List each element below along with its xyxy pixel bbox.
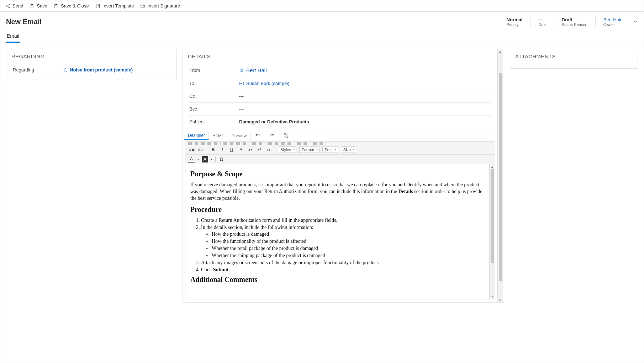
status-value: Draft: [562, 17, 587, 22]
case-icon: [63, 68, 68, 73]
save-button[interactable]: Save: [30, 3, 47, 9]
toolbar-icon[interactable]: [303, 142, 307, 145]
owner-value[interactable]: Bert Hair: [603, 17, 622, 22]
list-item: Attach any images or screenshots of the …: [201, 260, 484, 266]
signature-icon: [140, 4, 145, 9]
toolbar-icon[interactable]: [230, 142, 233, 145]
header-meta: Normal Priority --- Due Draft Status Rea…: [507, 17, 638, 27]
undo-button[interactable]: [250, 133, 265, 139]
to-value[interactable]: Susan Burk (sample): [239, 81, 491, 86]
from-value[interactable]: Bert Hair: [239, 67, 491, 73]
text-color-button[interactable]: A: [188, 156, 195, 162]
toolbar-icon[interactable]: [195, 142, 198, 145]
scroll-thumb[interactable]: [491, 169, 494, 263]
divider: [554, 17, 554, 27]
scroll-track[interactable]: [498, 53, 503, 298]
toolbar-row-cutoff: [185, 142, 495, 145]
editor-scrollbar[interactable]: ▲ ▼: [489, 164, 495, 299]
toolbar-icon[interactable]: [313, 142, 317, 145]
email-body[interactable]: Purpose & Scope If you receive damaged p…: [185, 164, 489, 299]
owner-block: Bert Hair Owner: [603, 17, 622, 27]
regarding-panel: REGARDING Regarding Noise from product (…: [6, 49, 177, 80]
send-button[interactable]: Send: [5, 3, 23, 9]
panel-scrollbar[interactable]: ▲ ▼: [497, 49, 503, 302]
tab-preview[interactable]: Preview: [228, 132, 251, 140]
toolbar-icon[interactable]: [281, 142, 285, 145]
toolbar-icon[interactable]: [214, 142, 217, 145]
subscript-button[interactable]: x₂: [247, 146, 253, 153]
toolbar-icon[interactable]: [268, 142, 272, 145]
divider: [595, 17, 596, 27]
editor-view-tabs: Designer HTML Preview: [183, 130, 497, 142]
toolbar-icon[interactable]: [243, 142, 246, 145]
save-close-label: Save & Close: [61, 3, 89, 9]
format-dropdown[interactable]: Format: [299, 146, 320, 153]
template-icon: [95, 4, 100, 9]
tab-designer[interactable]: Designer: [184, 132, 209, 140]
svg-point-8: [241, 69, 242, 70]
list-item: How the product is damaged: [212, 231, 484, 238]
status-label: Status Reason: [562, 22, 587, 27]
styles-dropdown[interactable]: Styles: [278, 146, 296, 153]
scroll-track[interactable]: [491, 169, 494, 294]
from-label: From: [189, 68, 239, 73]
remove-format-button[interactable]: Ix: [265, 146, 272, 153]
regarding-value[interactable]: Noise from product (sample): [59, 67, 170, 73]
size-dropdown[interactable]: Size: [341, 146, 356, 153]
save-close-button[interactable]: + Save & Close: [54, 3, 89, 9]
toolbar-icon[interactable]: [201, 142, 205, 145]
scroll-down-icon[interactable]: ▼: [490, 294, 495, 299]
bold-button[interactable]: B: [210, 146, 216, 153]
scroll-up-icon[interactable]: ▲: [490, 164, 495, 169]
insert-signature-label: Insert Signature: [147, 3, 180, 9]
scroll-thumb[interactable]: [499, 73, 502, 281]
toolbar-icon[interactable]: [297, 142, 301, 145]
indent-button[interactable]: ▶≡: [197, 146, 204, 153]
list-item: Whether the retail package of the produc…: [212, 245, 484, 252]
font-dropdown[interactable]: Font: [322, 146, 338, 153]
toolbar-icon[interactable]: [320, 142, 323, 145]
underline-button[interactable]: U: [228, 146, 235, 153]
bg-color-button[interactable]: A: [202, 156, 208, 162]
li4-b: Submit: [213, 267, 229, 272]
insert-template-button[interactable]: Insert Template: [95, 3, 134, 9]
tab-html[interactable]: HTML: [209, 132, 228, 140]
regarding-label: Regarding: [13, 67, 63, 73]
redo-button[interactable]: [265, 133, 279, 139]
toolbar-icon[interactable]: [287, 142, 291, 145]
bcc-label: Bcc: [189, 106, 239, 112]
save-icon: [30, 4, 35, 9]
italic-button[interactable]: I: [219, 146, 226, 153]
toolbar-icon[interactable]: [207, 142, 211, 145]
toolbar-icon[interactable]: [252, 142, 256, 145]
special-char-button[interactable]: Ω: [218, 156, 225, 162]
superscript-button[interactable]: x²: [256, 146, 263, 153]
toolbar-icon[interactable]: [188, 142, 192, 145]
li4-c: .: [228, 267, 230, 272]
svg-rect-5: [96, 4, 99, 8]
tab-email[interactable]: Email: [6, 30, 20, 43]
outdent-button[interactable]: ≡◀: [188, 146, 195, 153]
details-title: DETAILS: [183, 49, 497, 64]
save-label: Save: [37, 3, 47, 9]
toolbar-icon[interactable]: [223, 142, 227, 145]
contact-icon: [239, 81, 244, 86]
fullscreen-button[interactable]: [279, 133, 293, 139]
save-close-icon: +: [54, 4, 59, 9]
toolbar-icon[interactable]: [259, 142, 262, 145]
expand-header-button[interactable]: [633, 19, 638, 25]
subject-value[interactable]: Damaged or Defective Products: [239, 119, 491, 124]
divider: [220, 142, 221, 145]
strike-button[interactable]: S: [238, 146, 244, 153]
cc-value[interactable]: ---: [239, 94, 491, 99]
regarding-title: REGARDING: [6, 49, 176, 64]
divider: [530, 17, 530, 27]
scroll-up-icon[interactable]: ▲: [498, 49, 503, 53]
owner-label: Owner: [603, 22, 622, 27]
toolbar-icon[interactable]: [236, 142, 240, 145]
toolbar-icon[interactable]: [275, 142, 278, 145]
to-text: Susan Burk (sample): [246, 81, 289, 86]
insert-signature-button[interactable]: Insert Signature: [140, 3, 180, 9]
scroll-down-icon[interactable]: ▼: [498, 298, 503, 302]
bcc-value[interactable]: ---: [239, 106, 491, 112]
